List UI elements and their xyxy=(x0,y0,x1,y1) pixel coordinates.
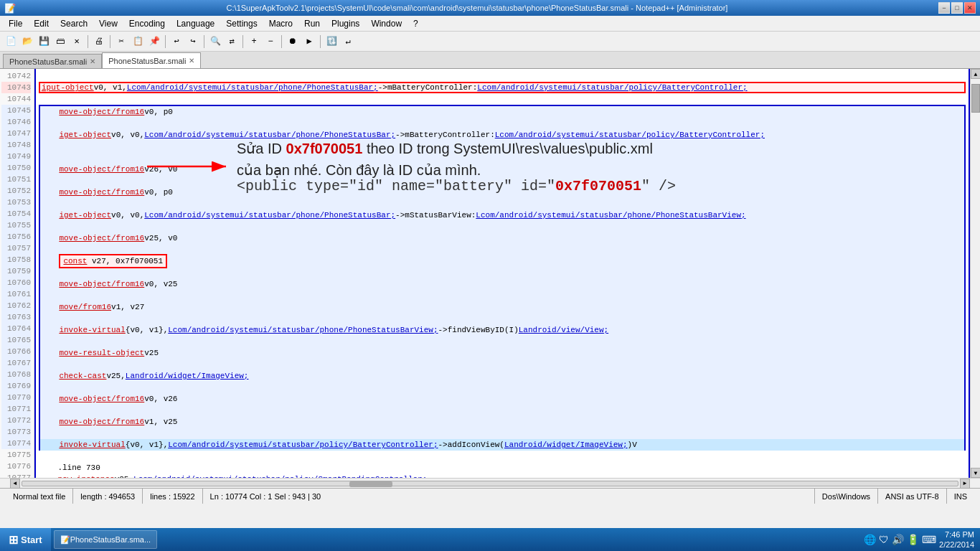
taskbar-app-notepad[interactable]: 📝 PhoneStatusBar.sma... xyxy=(54,530,158,549)
zoom-out-button[interactable]: − xyxy=(263,34,278,50)
code-line-10746 xyxy=(40,118,964,129)
toolbar: 📄 📂 💾 🗃 ✕ 🖨 ✂ 📋 📌 ↩ ↪ 🔍 ⇄ + − ⏺ ▶ 🔃 ↵ xyxy=(0,32,980,52)
code-line-10751 xyxy=(40,175,964,187)
menubar: File Edit Search View Encoding Language … xyxy=(0,16,980,32)
status-lineending: Dos\Windows xyxy=(815,489,878,504)
status-lines: lines : 15922 xyxy=(143,489,202,504)
scrollbar-thumb[interactable] xyxy=(971,84,980,113)
code-line-10749 xyxy=(40,152,964,164)
status-filetype: Normal text file xyxy=(6,489,73,504)
new-button[interactable]: 📄 xyxy=(3,34,19,50)
code-line-10743: iput-object v0, v1, Lcom/android/systemu… xyxy=(39,82,966,93)
menu-search[interactable]: Search xyxy=(55,16,93,31)
hscroll-right-btn[interactable]: ► xyxy=(960,479,970,489)
code-line-10763 xyxy=(40,313,964,324)
replace-button[interactable]: ⇄ xyxy=(224,34,240,50)
tab-close-0[interactable]: ✕ xyxy=(90,57,95,65)
code-area[interactable]: iput-object v0, v1, Lcom/android/systemu… xyxy=(34,69,970,478)
save-all-button[interactable]: 🗃 xyxy=(52,34,68,50)
toolbar-sep2 xyxy=(110,35,110,48)
editor-container: 10742 10743 10744 10745 10746 10747 1074… xyxy=(0,69,980,478)
line-numbers: 10742 10743 10744 10745 10746 10747 1074… xyxy=(0,69,34,478)
code-line-10753 xyxy=(40,198,964,209)
cut-button[interactable]: ✂ xyxy=(113,34,129,50)
copy-button[interactable]: 📋 xyxy=(130,34,146,50)
close-button[interactable]: ✕ xyxy=(964,2,976,14)
code-line-10744 xyxy=(39,93,966,105)
toolbar-sep7 xyxy=(320,35,321,48)
code-line-10776: .line 730 xyxy=(39,462,966,474)
menu-language[interactable]: Language xyxy=(171,16,220,31)
status-mode: INS xyxy=(947,489,974,504)
code-line-10745: move-object/from16 v0, p0 xyxy=(40,106,964,118)
menu-edit[interactable]: Edit xyxy=(28,16,55,31)
menu-window[interactable]: Window xyxy=(365,16,407,31)
find-button[interactable]: 🔍 xyxy=(207,34,223,50)
code-line-10769 xyxy=(40,382,964,393)
toolbar-sep4 xyxy=(204,35,204,48)
code-line-10760: move-object/from16 v0, v25 xyxy=(40,278,964,290)
code-line-10748 xyxy=(40,141,964,152)
systray: 🌐 🛡 🔊 🔋 ⌨ 7:46 PM 2/22/2014 xyxy=(858,529,980,550)
tray-network-icon: 🌐 xyxy=(864,534,876,545)
titlebar: 📝 C:\1SuperApkToolv2.1\projects\SystemUI… xyxy=(0,0,980,16)
tab-0[interactable]: PhoneStatusBar.smali ✕ xyxy=(3,54,102,68)
tab-label-0: PhoneStatusBar.smali xyxy=(9,57,87,66)
menu-run[interactable]: Run xyxy=(298,16,326,31)
code-line-10774: invoke-virtual {v0, v1}, Lcom/android/sy… xyxy=(40,439,964,451)
tray-keyboard-icon: ⌨ xyxy=(922,534,936,545)
menu-settings[interactable]: Settings xyxy=(220,16,263,31)
toolbar-sep1 xyxy=(88,35,88,48)
macro-rec-button[interactable]: ⏺ xyxy=(285,34,301,50)
menu-file[interactable]: File xyxy=(3,16,28,31)
menu-macro[interactable]: Macro xyxy=(263,16,298,31)
tray-security-icon: 🛡 xyxy=(879,534,889,545)
code-line-10757 xyxy=(40,244,964,255)
clock[interactable]: 7:46 PM 2/22/2014 xyxy=(939,529,974,550)
titlebar-icon: 📝 xyxy=(4,3,16,14)
code-line-10762: move/from16 v1, v27 xyxy=(40,301,964,313)
code-line-10755 xyxy=(40,221,964,232)
hscroll-thumb[interactable] xyxy=(349,481,392,487)
redo-button[interactable]: ↪ xyxy=(185,34,201,50)
print-button[interactable]: 🖨 xyxy=(91,34,107,50)
code-line-10747: iget-object v0, v0, Lcom/android/systemu… xyxy=(40,129,964,141)
code-line-10761 xyxy=(40,290,964,301)
windows-logo-icon: ⊞ xyxy=(9,533,18,547)
wrap-button[interactable]: ↵ xyxy=(340,34,356,50)
code-line-10777: new-instance v25, Lcom/android/systemui/… xyxy=(39,474,966,478)
minimize-button[interactable]: − xyxy=(938,2,950,14)
open-button[interactable]: 📂 xyxy=(19,34,35,50)
code-line-10756: move-object/from16 v25, v0 xyxy=(40,232,964,244)
save-button[interactable]: 💾 xyxy=(36,34,52,50)
tray-battery-icon: 🔋 xyxy=(907,534,919,545)
start-button[interactable]: ⊞ Start xyxy=(0,528,51,551)
sync-button[interactable]: 🔃 xyxy=(324,34,339,50)
tab-1[interactable]: PhoneStatusBar.smali ✕ xyxy=(102,52,201,68)
code-line-10765 xyxy=(40,336,964,347)
code-line-10764: invoke-virtual {v0, v1}, Lcom/android/sy… xyxy=(40,324,964,336)
menu-help[interactable]: ? xyxy=(407,16,424,31)
menu-plugins[interactable]: Plugins xyxy=(326,16,365,31)
hscroll-track[interactable] xyxy=(22,481,958,486)
scrollbar-down-btn[interactable]: ▼ xyxy=(971,468,980,478)
vertical-scrollbar[interactable]: ▲ ▼ xyxy=(970,69,980,478)
statusbar: Normal text file length : 494653 lines :… xyxy=(0,488,980,504)
horizontal-scrollbar[interactable]: ◄ ► xyxy=(0,478,980,488)
macro-play-button[interactable]: ▶ xyxy=(301,34,317,50)
hscroll-left-btn[interactable]: ◄ xyxy=(10,479,20,489)
close-button2[interactable]: ✕ xyxy=(69,34,85,50)
menu-encoding[interactable]: Encoding xyxy=(123,16,171,31)
tabbar: PhoneStatusBar.smali ✕ PhoneStatusBar.sm… xyxy=(0,52,980,69)
taskbar-apps: 📝 PhoneStatusBar.sma... xyxy=(51,530,858,549)
maximize-button[interactable]: □ xyxy=(951,2,963,14)
code-line-10766: move-result-object v25 xyxy=(40,347,964,359)
scrollbar-up-btn[interactable]: ▲ xyxy=(971,69,980,79)
tab-close-1[interactable]: ✕ xyxy=(189,57,194,65)
undo-button[interactable]: ↩ xyxy=(169,34,184,50)
menu-view[interactable]: View xyxy=(93,16,123,31)
paste-button[interactable]: 📌 xyxy=(146,34,162,50)
code-line-10768: check-cast v25, Landroid/widget/ImageVie… xyxy=(40,370,964,382)
titlebar-controls: − □ ✕ xyxy=(938,2,976,14)
zoom-in-button[interactable]: + xyxy=(246,34,262,50)
